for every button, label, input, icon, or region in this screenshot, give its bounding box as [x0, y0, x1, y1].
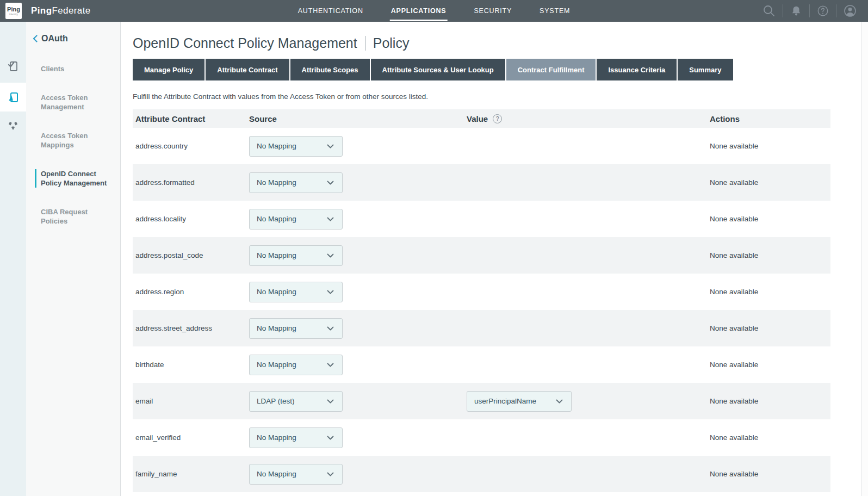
chevron-down-icon [556, 399, 563, 404]
sidebar-section-title: OAuth [41, 34, 68, 44]
col-header-value: Value [467, 114, 488, 123]
table-row: birthdate No Mapping None available [133, 346, 830, 383]
chevron-down-icon [327, 217, 334, 221]
topbar-icons [755, 0, 864, 22]
source-dropdown[interactable]: No Mapping [249, 136, 343, 157]
table-body: address.country No Mapping None availabl… [133, 128, 830, 492]
search-icon[interactable] [755, 4, 783, 17]
top-nav-security[interactable]: SECURITY [473, 1, 513, 21]
tab-contract-fulfillment[interactable]: Contract Fulfillment [506, 59, 596, 80]
col-header-source: Source [249, 114, 467, 123]
actions-text: None available [710, 397, 830, 405]
attribute-name: address.street_address [133, 324, 249, 332]
attribute-name: family_name [133, 470, 249, 478]
sidebar-item-access-token-management[interactable]: Access Token Management [35, 93, 111, 111]
actions-text: None available [710, 178, 830, 187]
actions-text: None available [710, 361, 830, 369]
chevron-down-icon [327, 181, 334, 185]
chevron-down-icon [327, 472, 334, 476]
notifications-bell-icon[interactable] [783, 5, 809, 17]
chevron-down-icon [327, 253, 334, 258]
attribute-name: address.postal_code [133, 251, 249, 259]
tab-summary[interactable]: Summary [678, 59, 733, 80]
actions-text: None available [710, 142, 830, 150]
scrollbar-track[interactable] [861, 22, 868, 496]
actions-text: None available [710, 324, 830, 332]
table-row: address.street_address No Mapping None a… [133, 310, 830, 346]
main-content: OpenID Connect Policy Management Policy … [121, 22, 861, 496]
top-nav-applications[interactable]: APPLICATIONS [390, 1, 448, 21]
value-dropdown-value: userPrincipalName [474, 397, 536, 405]
top-nav-authentication[interactable]: AUTHENTICATION [297, 1, 364, 21]
app-title: PingFederate [31, 5, 91, 16]
chevron-down-icon [327, 290, 334, 294]
actions-text: None available [710, 470, 830, 478]
attribute-name: email [133, 397, 249, 405]
tab-bar: Manage PolicyAttribute ContractAttribute… [133, 59, 861, 80]
actions-text: None available [710, 433, 830, 442]
clients-icon[interactable] [7, 60, 20, 73]
source-dropdown[interactable]: No Mapping [249, 427, 343, 448]
logo-text: Ping [7, 7, 20, 13]
ping-identity-logo[interactable]: Ping identity [5, 3, 22, 19]
tab-manage-policy[interactable]: Manage Policy [133, 59, 204, 80]
tab-attribute-contract[interactable]: Attribute Contract [206, 59, 289, 80]
tab-issuance-criteria[interactable]: Issuance Criteria [597, 59, 677, 80]
page-title: OpenID Connect Policy Management Policy [133, 34, 861, 52]
source-dropdown[interactable]: No Mapping [249, 464, 343, 485]
attribute-name: email_verified [133, 433, 249, 442]
chevron-down-icon [327, 144, 334, 148]
chevron-left-icon [33, 35, 38, 42]
account-avatar-icon[interactable] [836, 4, 864, 17]
actions-text: None available [710, 288, 830, 296]
source-dropdown[interactable]: LDAP (test) [249, 391, 343, 412]
source-dropdown-value: No Mapping [257, 361, 296, 369]
col-header-actions: Actions [710, 114, 830, 123]
grants-icon[interactable] [7, 120, 20, 133]
chevron-down-icon [327, 399, 334, 404]
oauth-back-link[interactable]: OAuth [33, 34, 120, 44]
help-icon[interactable] [810, 5, 836, 17]
attribute-name: address.formatted [133, 178, 249, 187]
chevron-down-icon [327, 326, 334, 331]
source-dropdown[interactable]: No Mapping [249, 209, 343, 230]
table-row: address.locality No Mapping None availab… [133, 201, 830, 237]
page-title-main: OpenID Connect Policy Management [133, 35, 357, 51]
attribute-name: birthdate [133, 361, 249, 369]
source-dropdown[interactable]: No Mapping [249, 318, 343, 339]
table-row: family_name No Mapping None available [133, 456, 830, 492]
source-dropdown-value: No Mapping [257, 288, 296, 296]
attribute-name: address.locality [133, 215, 249, 223]
chevron-down-icon [327, 436, 334, 440]
page-title-sub: Policy [373, 35, 410, 51]
topbar: Ping identity PingFederate AUTHENTICATIO… [0, 0, 868, 22]
access-token-icon[interactable] [7, 91, 20, 104]
value-dropdown[interactable]: userPrincipalName [467, 391, 572, 412]
attribute-name: address.country [133, 142, 249, 150]
source-dropdown[interactable]: No Mapping [249, 245, 343, 266]
source-dropdown[interactable]: No Mapping [249, 355, 343, 375]
icon-rail [0, 22, 26, 496]
value-help-glyph: ? [496, 115, 499, 122]
source-dropdown-value: No Mapping [257, 178, 296, 187]
value-help-icon[interactable]: ? [493, 114, 502, 123]
source-dropdown-value: LDAP (test) [257, 397, 295, 405]
source-dropdown-value: No Mapping [257, 433, 296, 442]
tab-attribute-scopes[interactable]: Attribute Scopes [290, 59, 370, 80]
attribute-name: address.region [133, 288, 249, 296]
sidebar-item-clients[interactable]: Clients [35, 64, 111, 73]
chevron-down-icon [327, 363, 334, 367]
source-dropdown-value: No Mapping [257, 251, 296, 259]
sidebar: OAuth ClientsAccess Token ManagementAcce… [26, 22, 121, 496]
top-nav: AUTHENTICATIONAPPLICATIONSSECURITYSYSTEM [297, 0, 572, 22]
sidebar-item-openid-connect-policy-management[interactable]: OpenID Connect Policy Management [35, 169, 111, 188]
sidebar-item-ciba-request-policies[interactable]: CIBA Request Policies [35, 207, 111, 226]
page-description: Fulfill the Attribute Contract with valu… [133, 92, 861, 101]
source-dropdown[interactable]: No Mapping [249, 172, 343, 193]
top-nav-system[interactable]: SYSTEM [538, 1, 571, 21]
source-dropdown[interactable]: No Mapping [249, 282, 343, 302]
tab-attribute-sources-user-lookup[interactable]: Attribute Sources & User Lookup [371, 59, 505, 80]
sidebar-item-access-token-mappings[interactable]: Access Token Mappings [35, 131, 111, 150]
app-title-bold: Ping [31, 5, 52, 16]
table-row: address.postal_code No Mapping None avai… [133, 237, 830, 274]
